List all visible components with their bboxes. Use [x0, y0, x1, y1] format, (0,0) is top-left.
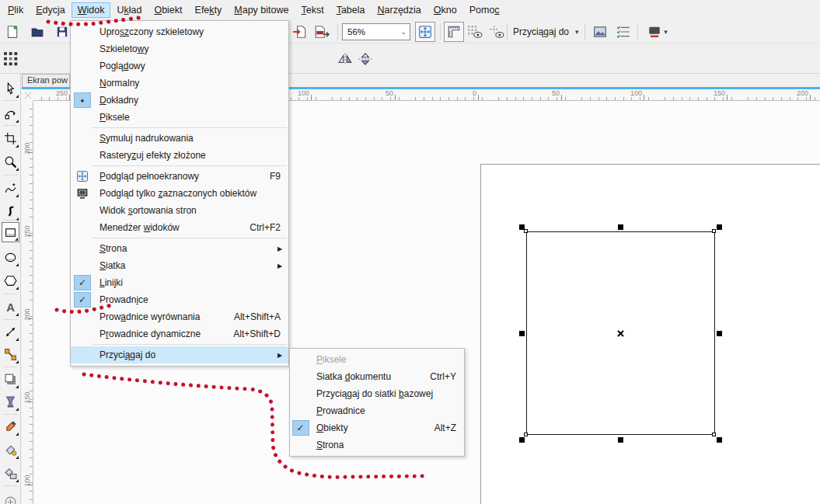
zoom-tool[interactable]	[2, 151, 19, 172]
menu-item-pogladowy[interactable]: Poglądowy	[71, 57, 288, 75]
import-button[interactable]	[291, 23, 309, 41]
submenu-item-siatka-dokumentu[interactable]: Siatka dokumentuCtrl+Y	[290, 368, 464, 385]
grid-toggle-button[interactable]	[466, 23, 484, 41]
menu-item-widok-sortowania-stron[interactable]: Widok sortowania stron	[71, 202, 288, 219]
corner-node[interactable]	[524, 229, 528, 233]
corner-node[interactable]	[712, 433, 716, 436]
selection-handle-e[interactable]	[717, 331, 722, 336]
mirror-vertical-button[interactable]	[356, 50, 375, 68]
open-button[interactable]	[28, 23, 47, 41]
application-launcher-button[interactable]: ▾	[644, 23, 672, 41]
drop-shadow-tool[interactable]	[2, 369, 19, 389]
options-list-icon	[616, 25, 630, 39]
corner-node[interactable]	[712, 229, 716, 233]
text-tool[interactable]: A	[2, 297, 19, 317]
welcome-screen-button[interactable]	[591, 23, 609, 41]
rulers-toggle-button[interactable]	[444, 22, 464, 42]
submenu-item-piksele[interactable]: Piksele	[290, 351, 464, 368]
menu-item-prowadnice-wyrownania[interactable]: Prowadnice wyrównaniaAlt+Shift+A	[71, 308, 288, 325]
artistic-media-tool[interactable]	[2, 201, 19, 221]
options-button[interactable]	[614, 23, 633, 41]
menu-item-linijki[interactable]: ✓Linijki	[71, 274, 288, 291]
mirror-horizontal-button[interactable]	[336, 50, 354, 68]
publish-pdf-button[interactable]	[312, 23, 331, 41]
object-center-marker[interactable]	[616, 329, 625, 338]
menu-item-prowadnice[interactable]: ✓Prowadnice	[71, 291, 288, 308]
rectangle-tool[interactable]	[2, 222, 19, 242]
outline-flyout-tool[interactable]	[2, 492, 19, 504]
menu-item-rasteryzuj-efekty[interactable]: Rasteryzuj efekty złożone	[71, 147, 288, 164]
menu-item-podglad-pelnoekranowy[interactable]: Podgląd pełnoekranowyF9	[71, 168, 288, 185]
toolbar-separator	[507, 24, 508, 40]
check-icon: ✓	[74, 275, 91, 290]
menu-edycja[interactable]: Edycja	[30, 2, 72, 18]
menu-narzedzia[interactable]: Narzędzia	[372, 2, 427, 18]
tab-welcome-screen[interactable]: Ekran pow	[22, 74, 70, 87]
menu-tabela[interactable]: Tabela	[330, 2, 372, 18]
selection-handle-sw[interactable]	[519, 437, 525, 443]
menu-item-uproszczony-szkieletowy[interactable]: Uproszczony szkieletowy	[71, 23, 288, 40]
interactive-fill-tool[interactable]	[2, 463, 19, 483]
snap-to-submenu: Piksele Siatka dokumentuCtrl+Y Przyciąga…	[289, 348, 465, 457]
menu-item-podglad-zaznaczonych[interactable]: Podgląd tylko zaznaczonych obiektów	[71, 185, 288, 202]
menu-item-prowadnice-dynamiczne[interactable]: Prowadnice dynamiczneAlt+Shift+D	[71, 325, 288, 342]
shape-tool[interactable]	[2, 103, 19, 123]
menu-item-szkieletowy[interactable]: Szkieletowy	[71, 40, 288, 57]
menu-item-strona[interactable]: Strona▶	[71, 240, 288, 257]
check-icon: ✓	[74, 292, 91, 308]
menu-mapy-bitowe[interactable]: Mapy bitowe	[228, 2, 295, 18]
pick-tool[interactable]	[2, 78, 19, 99]
zoom-level-combo[interactable]: 56% ⌄	[342, 23, 410, 40]
menu-item-normalny[interactable]: Normalny	[71, 75, 288, 92]
menu-okno[interactable]: Okno	[427, 2, 463, 18]
guidelines-toggle-button[interactable]	[487, 23, 506, 41]
selection-handle-ne[interactable]	[717, 224, 722, 230]
save-button[interactable]	[53, 23, 72, 41]
text-a-icon: A	[4, 301, 17, 314]
menu-item-piksele[interactable]: Piksele	[71, 109, 288, 126]
menu-item-przyciagaj-do[interactable]: Przyciągaj do▶	[71, 346, 288, 363]
freehand-tool[interactable]	[2, 178, 19, 198]
connector-tool[interactable]	[2, 344, 19, 364]
crop-tool[interactable]	[2, 128, 19, 148]
text-tool-glyph: A	[6, 301, 15, 313]
submenu-item-strona[interactable]: Strona	[290, 436, 464, 454]
shortcut-label: Ctrl+F2	[249, 222, 288, 233]
menu-uklad[interactable]: Układ	[110, 2, 148, 18]
selection-handle-se[interactable]	[717, 437, 722, 443]
smart-fill-tool[interactable]	[2, 440, 19, 460]
selection-handle-s[interactable]	[618, 437, 623, 443]
selection-handle-n[interactable]	[618, 224, 623, 230]
menu-pomoc[interactable]: Pomoc	[463, 2, 506, 18]
submenu-item-prowadnice[interactable]: Prowadnice	[290, 402, 464, 419]
selection-handle-w[interactable]	[519, 331, 525, 336]
coreldraw-window: Plik Edycja Widok Układ Obiekt Efekty Ma…	[0, 0, 820, 504]
transparency-tool[interactable]	[2, 391, 19, 412]
dimension-tool[interactable]	[2, 322, 19, 342]
submenu-item-siatka-bazowa[interactable]: Przyciągaj do siatki bazowej	[290, 385, 464, 402]
chevron-down-icon[interactable]: ⌄	[397, 28, 410, 36]
color-eyedropper-tool[interactable]	[2, 416, 19, 436]
polygon-tool[interactable]	[2, 270, 19, 290]
zoom-level-value: 56%	[343, 27, 397, 36]
menu-efekty[interactable]: Efekty	[189, 2, 229, 18]
snap-to-dropdown[interactable]: Przyciągaj do ▾	[513, 24, 579, 40]
menu-tekst[interactable]: Tekst	[295, 2, 330, 18]
menu-item-menedzer-widokow[interactable]: Menedżer widokówCtrl+F2	[71, 219, 288, 236]
menu-widok[interactable]: Widok	[72, 2, 111, 18]
menu-obiekt[interactable]: Obiekt	[148, 2, 188, 18]
menu-item-siatka[interactable]: Siatka▶	[71, 257, 288, 274]
ellipse-tool[interactable]	[2, 247, 19, 267]
menu-plik[interactable]: Plik	[2, 2, 30, 18]
new-document-button[interactable]	[3, 23, 22, 41]
vertical-ruler[interactable]: 300 250 200 150 100	[22, 101, 33, 504]
menu-item-symuluj-nadrukowania[interactable]: Symuluj nadrukowania	[71, 130, 288, 147]
ruler-origin-corner[interactable]	[22, 89, 33, 101]
submenu-item-obiekty[interactable]: ✓ObiektyAlt+Z	[290, 419, 464, 436]
paint-bucket-icon	[4, 443, 17, 457]
fullscreen-preview-button[interactable]	[415, 22, 435, 42]
object-position-grid-button[interactable]	[2, 50, 20, 68]
submenu-arrow-icon: ▶	[277, 262, 288, 269]
corner-node[interactable]	[524, 433, 528, 436]
menu-item-dokladny[interactable]: ●Dokładny	[71, 92, 288, 109]
